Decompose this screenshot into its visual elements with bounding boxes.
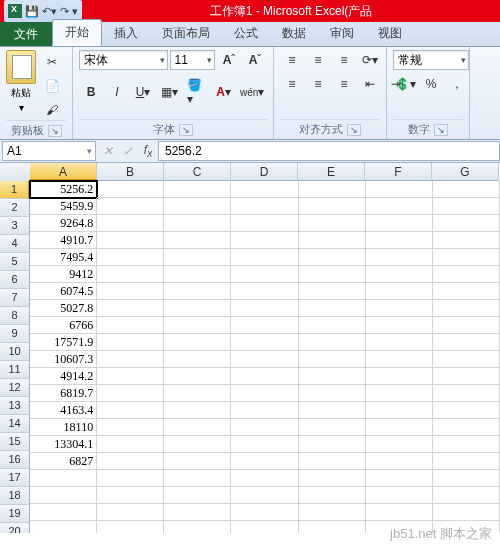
cell[interactable] [366,385,433,402]
cell[interactable] [97,232,164,249]
redo-icon[interactable]: ↷ [60,5,69,18]
cell[interactable] [299,283,366,300]
cell[interactable] [97,215,164,232]
cell[interactable] [366,504,433,521]
cell[interactable] [231,181,298,198]
cell[interactable] [366,487,433,504]
cell[interactable] [231,453,298,470]
cell[interactable] [97,470,164,487]
cell[interactable] [299,232,366,249]
cell[interactable] [299,215,366,232]
cell[interactable] [366,470,433,487]
cell[interactable] [299,266,366,283]
align-middle-icon[interactable]: ≡ [306,50,330,70]
fill-color-button[interactable]: 🪣▾ [183,76,210,108]
cell[interactable]: 4163.4 [30,402,97,419]
cell[interactable] [366,402,433,419]
cell[interactable] [366,283,433,300]
undo-icon[interactable]: ↶▾ [42,5,57,18]
cell[interactable] [366,453,433,470]
cell[interactable] [164,453,231,470]
cell[interactable] [433,419,500,436]
font-size-combo[interactable]: 11 [170,50,215,70]
cell[interactable]: 4914.2 [30,368,97,385]
enter-icon[interactable]: ✓ [118,144,138,158]
number-launcher-icon[interactable]: ↘ [434,124,448,136]
cell[interactable] [366,198,433,215]
cell[interactable]: 6074.5 [30,283,97,300]
tab-data[interactable]: 数据 [270,21,318,46]
cell[interactable] [97,181,164,198]
cell[interactable] [231,487,298,504]
cell[interactable] [299,419,366,436]
cell[interactable] [97,419,164,436]
paste-icon[interactable] [6,50,36,84]
cell[interactable] [164,504,231,521]
col-header-E[interactable]: E [298,163,365,181]
bold-button[interactable]: B [79,82,103,102]
number-format-combo[interactable]: 常规 [393,50,469,70]
border-button[interactable]: ▦▾ [157,82,181,102]
cell[interactable] [164,215,231,232]
cell[interactable] [299,181,366,198]
cell[interactable] [97,249,164,266]
row-header[interactable]: 3 [0,217,30,235]
cell[interactable] [164,402,231,419]
tab-insert[interactable]: 插入 [102,21,150,46]
cell[interactable] [30,504,97,521]
align-bottom-icon[interactable]: ≡ [332,50,356,70]
col-header-C[interactable]: C [164,163,231,181]
row-header[interactable]: 19 [0,505,30,523]
cell[interactable] [433,283,500,300]
font-launcher-icon[interactable]: ↘ [179,124,193,136]
cell[interactable]: 6827 [30,453,97,470]
row-header[interactable]: 4 [0,235,30,253]
save-icon[interactable]: 💾 [25,5,39,18]
cell[interactable] [164,266,231,283]
cell[interactable] [433,215,500,232]
cell[interactable] [433,334,500,351]
row-header[interactable]: 18 [0,487,30,505]
cell[interactable] [164,351,231,368]
cell[interactable] [30,487,97,504]
decrease-font-icon[interactable]: Aˇ [243,50,267,70]
cell[interactable] [433,249,500,266]
cell[interactable] [231,232,298,249]
cell[interactable] [366,215,433,232]
phonetic-button[interactable]: wén▾ [238,82,267,102]
cut-icon[interactable]: ✂ [40,52,64,72]
row-header[interactable]: 12 [0,379,30,397]
tab-file[interactable]: 文件 [0,22,52,46]
cell[interactable] [366,266,433,283]
cell[interactable] [231,521,298,533]
cell[interactable] [231,249,298,266]
cell[interactable] [164,300,231,317]
cell[interactable] [433,487,500,504]
row-header[interactable]: 7 [0,289,30,307]
currency-icon[interactable]: 💲▾ [393,74,417,94]
clipboard-launcher-icon[interactable]: ↘ [48,125,62,137]
cell[interactable] [433,198,500,215]
cell[interactable] [231,419,298,436]
cell[interactable] [164,249,231,266]
row-header[interactable]: 1 [0,181,30,199]
cell[interactable] [366,334,433,351]
cell[interactable]: 17571.9 [30,334,97,351]
cell[interactable] [231,351,298,368]
italic-button[interactable]: I [105,82,129,102]
align-center-icon[interactable]: ≡ [306,74,330,94]
cell[interactable] [164,487,231,504]
cell[interactable] [231,334,298,351]
cell[interactable] [366,368,433,385]
cell[interactable] [299,368,366,385]
row-header[interactable]: 10 [0,343,30,361]
cell[interactable] [231,385,298,402]
cell[interactable] [366,181,433,198]
cell[interactable]: 4910.7 [30,232,97,249]
alignment-launcher-icon[interactable]: ↘ [347,124,361,136]
cell[interactable] [299,334,366,351]
cell[interactable] [164,368,231,385]
cell[interactable] [366,419,433,436]
cell[interactable] [366,436,433,453]
cell[interactable]: 13304.1 [30,436,97,453]
